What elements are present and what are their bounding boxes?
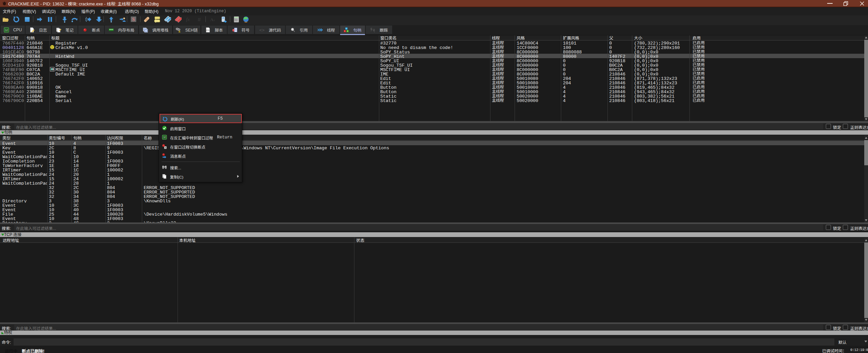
- svg-text:32: 32: [5, 29, 8, 32]
- svg-text:32: 32: [163, 136, 166, 138]
- svg-text:z: z: [214, 18, 215, 22]
- svg-text:#: #: [198, 17, 201, 23]
- svg-text:S: S: [132, 17, 135, 22]
- svg-text:fx: fx: [186, 17, 190, 22]
- svg-text:<>: <>: [259, 28, 265, 33]
- svg-text:<>: <>: [206, 29, 210, 32]
- svg-text:A: A: [210, 17, 214, 22]
